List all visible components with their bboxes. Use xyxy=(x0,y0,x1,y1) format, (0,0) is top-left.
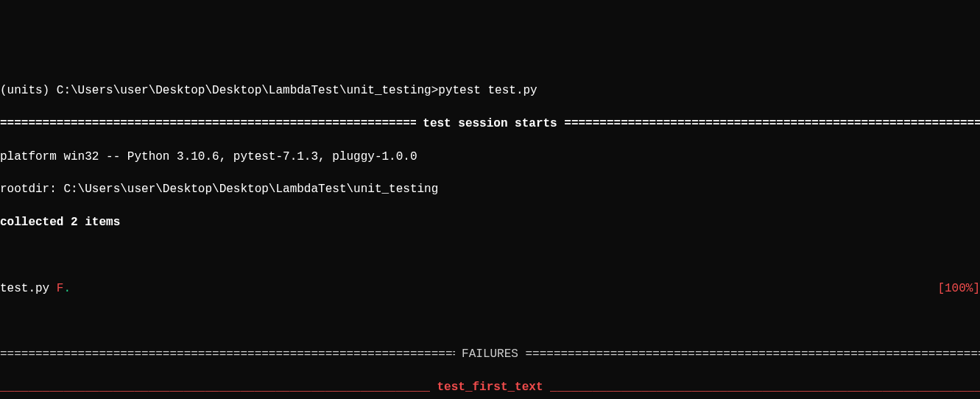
session-header-label: test session starts xyxy=(416,116,565,132)
rootdir-info: rootdir: C:\Users\user\Desktop\Desktop\L… xyxy=(0,181,980,197)
test-progress-row: test.py F.[100%] xyxy=(0,280,980,297)
progress-percent: [100%] xyxy=(937,280,980,297)
test-name-row: ________________________________________… xyxy=(0,379,980,395)
failing-test-name: test_first_text xyxy=(430,379,550,395)
collected-info: collected 2 items xyxy=(0,214,980,230)
result-fail-mark: F xyxy=(57,282,64,295)
underline-left: ________________________________________… xyxy=(0,379,430,395)
divider-right: ========================================… xyxy=(526,346,981,362)
failures-header-row: ========================================… xyxy=(0,346,980,362)
failures-header-label: FAILURES xyxy=(455,346,526,362)
platform-info: platform win32 -- Python 3.10.6, pytest-… xyxy=(0,149,980,165)
command-text: pytest test.py xyxy=(438,84,537,97)
result-pass-mark: . xyxy=(63,282,71,295)
underline-right: ________________________________________… xyxy=(550,379,980,395)
session-header-row: ========================================… xyxy=(0,116,980,132)
divider-right: ========================================… xyxy=(564,116,980,132)
test-file-name: test.py xyxy=(0,282,57,295)
divider-left: ========================================… xyxy=(0,116,416,132)
terminal-output[interactable]: (units) C:\Users\user\Desktop\Desktop\La… xyxy=(0,66,980,399)
shell-prompt: (units) C:\Users\user\Desktop\Desktop\La… xyxy=(0,84,438,97)
divider-left: ========================================… xyxy=(0,346,455,362)
